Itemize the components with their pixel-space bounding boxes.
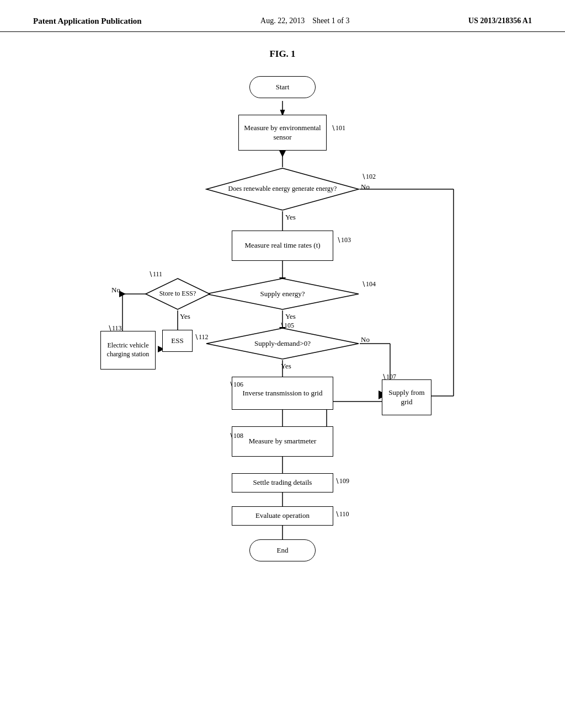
end-node: End (249, 539, 316, 561)
header-left: Patent Application Publication (33, 17, 142, 26)
node-105: Supply-demand>0? (205, 327, 360, 360)
ref-110: ∖110 (335, 510, 349, 518)
ref-103: ∖103 (337, 236, 351, 244)
label-yes-104: Yes (285, 312, 296, 321)
ref-104: ∖104 (361, 280, 376, 288)
node-104: Supply energy? (205, 277, 360, 311)
node-113: Electric vehicle charging station (100, 331, 156, 370)
label-no-111: No (111, 286, 120, 295)
ref-102: ∖102 (361, 173, 376, 181)
ref-113: ∖113 (108, 324, 122, 333)
label-yes-102: Yes (285, 213, 296, 222)
node-106: Inverse transmission to grid (232, 377, 333, 410)
node-110: Evaluate operation (232, 506, 333, 526)
header-right: US 2013/218356 A1 (468, 17, 532, 25)
ref-106: ∖106 (229, 381, 243, 389)
svg-marker-26 (279, 151, 286, 157)
start-node: Start (249, 76, 316, 98)
label-no-105: No (361, 335, 370, 344)
ref-108: ∖108 (229, 432, 243, 440)
node-112: ESS (162, 330, 193, 352)
ref-105: ∖105 (280, 322, 294, 330)
figure-title: FIG. 1 (269, 49, 295, 60)
node-107: Supply from grid (382, 379, 431, 415)
node-109: Settle trading details (232, 473, 333, 493)
ref-101: ∖101 (331, 124, 345, 132)
header-center: Aug. 22, 2013 Sheet 1 of 3 (260, 17, 349, 25)
node-111: Store to ESS? (145, 277, 211, 311)
flowchart: Start Measure by environmental sensor ∖1… (89, 71, 476, 633)
ref-107: ∖107 (382, 373, 396, 381)
ref-111: ∖111 (148, 270, 162, 279)
figure-area: FIG. 1 (0, 32, 565, 644)
page-header: Patent Application Publication Aug. 22, … (0, 0, 565, 32)
node-102: Does renewable energy generate energy? (205, 167, 360, 211)
node-108: Measure by smartmeter (232, 426, 333, 457)
node-103: Measure real time rates (t) (232, 231, 333, 261)
label-no-102: No (361, 183, 370, 191)
node-101: Measure by environmental sensor (238, 115, 327, 151)
label-yes-111: Yes (180, 312, 190, 321)
ref-109: ∖109 (335, 477, 349, 485)
label-yes-105: Yes (281, 362, 291, 371)
